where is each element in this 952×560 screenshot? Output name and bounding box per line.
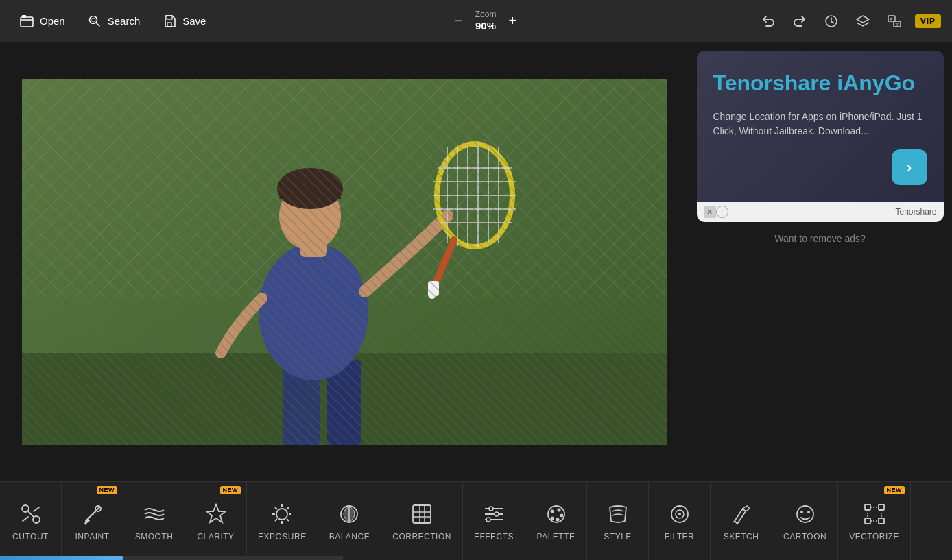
palette-label: PALETTE [537,532,575,541]
svg-point-22 [437,144,512,247]
svg-rect-17 [327,360,361,445]
svg-line-44 [287,519,289,521]
svg-point-3 [91,18,95,22]
svg-point-21 [277,168,343,209]
svg-point-57 [489,507,493,511]
tool-smooth[interactable]: SMOOTH [123,482,185,560]
zoom-in-button[interactable]: + [503,10,522,32]
undo-button[interactable] [757,10,779,32]
svg-point-20 [279,182,341,250]
sketch-icon [728,500,755,528]
open-button[interactable]: Open [11,10,73,33]
save-label: Save [182,15,206,27]
ad-cta-button[interactable]: › [892,149,927,185]
palette-icon [543,500,570,528]
svg-rect-74 [879,504,884,510]
bottom-toolbar: CUTOUTNEWINPAINTSMOOTHNEWCLARITYEXPOSURE… [0,481,952,560]
svg-rect-14 [22,79,667,298]
ad-title: Tenorshare iAnyGo [713,70,927,96]
sketch-label: SKETCH [724,532,759,541]
svg-rect-15 [22,353,667,445]
remove-ads-text: Want to remove ads? [774,230,866,247]
new-badge: NEW [220,486,241,494]
svg-rect-75 [865,518,870,524]
svg-line-45 [287,507,289,509]
tool-cartoon[interactable]: CARTOON [772,482,838,560]
svg-point-62 [557,509,560,512]
balance-label: BALANCE [329,532,370,541]
svg-point-38 [276,509,287,520]
svg-point-68 [678,513,681,515]
progress-bar [0,556,123,560]
svg-rect-76 [879,518,884,524]
filter-icon [666,500,693,528]
clarity-label: CLARITY [197,532,234,541]
history-button[interactable] [820,10,842,32]
exposure-label: EXPOSURE [258,532,307,541]
smooth-icon [141,500,168,528]
zoom-out-button[interactable]: − [449,10,468,32]
ad-card: Tenorshare iAnyGo Change Location for Ap… [697,51,944,222]
svg-text:文: 文 [895,22,899,27]
svg-line-69 [733,521,735,522]
inpaint-label: INPAINT [75,532,110,541]
tool-vectorize[interactable]: NEWVECTORIZE [838,482,911,560]
redo-button[interactable] [789,10,811,32]
svg-point-71 [800,511,803,513]
progress-bar-container [0,556,343,560]
svg-point-36 [33,516,40,523]
zoom-value-text: 90% [475,20,497,32]
tool-cutout[interactable]: CUTOUT [0,482,62,560]
svg-rect-34 [428,281,439,296]
tool-filter[interactable]: FILTER [649,482,711,560]
tool-palette[interactable]: PALETTE [525,482,587,560]
save-button[interactable]: Save [154,10,214,33]
clarity-icon [202,500,230,528]
svg-point-64 [556,518,559,522]
vip-badge[interactable]: VIP [915,14,941,28]
cartoon-label: CARTOON [783,532,826,541]
ad-close-button[interactable]: ✕ [704,206,716,218]
search-label: Search [108,15,141,27]
vectorize-label: VECTORIZE [849,532,899,541]
ad-info-button[interactable]: i [716,206,728,218]
effects-label: EFFECTS [474,532,514,541]
save-icon [162,14,177,29]
tool-sketch[interactable]: SKETCH [711,482,772,560]
svg-point-35 [22,505,29,512]
tool-inpaint[interactable]: NEWINPAINT [62,482,123,560]
new-badge: NEW [97,486,118,494]
side-panel: Tenorshare iAnyGo Change Location for Ap… [688,42,952,481]
search-button[interactable]: Search [79,10,149,33]
svg-rect-1 [22,15,26,18]
layers-button[interactable] [852,10,874,32]
tool-effects[interactable]: EFFECTS [463,482,525,560]
svg-rect-16 [283,353,320,445]
svg-point-18 [259,243,368,380]
correction-icon [408,500,436,528]
svg-rect-0 [21,17,33,27]
translate-button[interactable]: A 文 [883,10,905,32]
svg-point-2 [89,16,97,23]
ad-bottom-bar: ✕ i Tenorshare [697,202,944,222]
right-toolbar-icons: A 文 VIP [757,10,941,32]
tool-style[interactable]: STYLE [587,482,649,560]
search-icon [87,14,102,29]
tool-balance[interactable]: BALANCE [318,482,382,560]
zoom-label-text: Zoom [475,10,497,19]
svg-point-72 [807,511,810,513]
correction-label: CORRECTION [392,532,451,541]
zoom-display: Zoom 90% [475,10,497,32]
svg-line-43 [275,507,277,509]
svg-point-58 [495,512,499,516]
style-label: STYLE [604,532,632,541]
tool-clarity[interactable]: NEWCLARITY [185,482,247,560]
smooth-label: SMOOTH [135,532,174,541]
balance-icon [335,500,363,528]
tool-correction[interactable]: CORRECTION [381,482,463,560]
style-icon [604,500,632,528]
main-content: Tenorshare iAnyGo Change Location for Ap… [0,42,952,481]
svg-point-63 [560,514,563,518]
new-badge: NEW [884,486,905,494]
tool-exposure[interactable]: EXPOSURE [247,482,318,560]
